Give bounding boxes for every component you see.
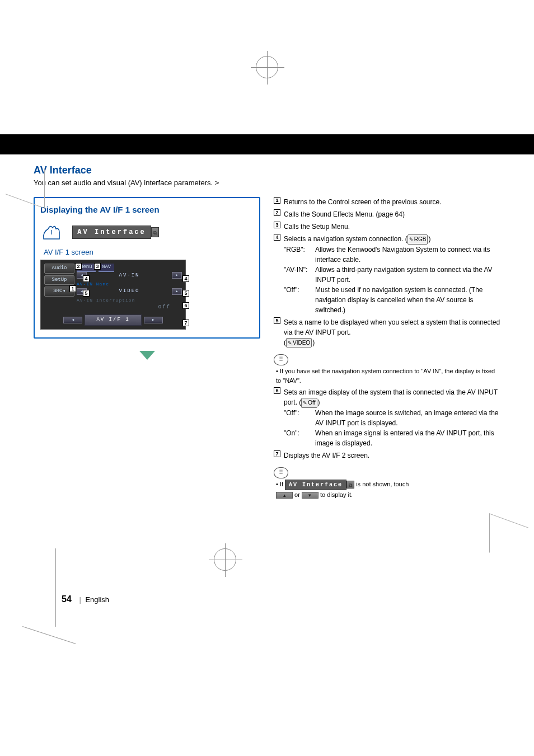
default-badge-video: VIDEO [286, 338, 312, 348]
registration-mark-bottom [214, 548, 236, 571]
opt-avin-key: "AV-IN": [284, 265, 313, 285]
banner-text-inline: AV Interface [285, 480, 346, 490]
banner-text: AV Interface [72, 226, 151, 239]
opt-rgb-val: Allows the Kenwood's Navigation System t… [315, 245, 500, 265]
desc-7: Displays the AV I/F 2 screen. [284, 450, 500, 461]
section-intro: You can set audio and visual (AV) interf… [34, 179, 500, 187]
opt6-off-val: When the image source is switched, an im… [315, 408, 500, 428]
ui-value-video: VIDEO [88, 288, 170, 295]
ui-audio-button[interactable]: Audio [44, 264, 74, 274]
section-title: AV Interface [34, 165, 500, 176]
registration-mark-top [256, 56, 278, 78]
touch-instruction: AV Interface ⧉ [40, 222, 254, 242]
banner-cap-icon: ⧉ [151, 227, 159, 237]
callout-7: 7 [182, 320, 189, 326]
num-7: 7 [274, 450, 280, 457]
page-prev-button[interactable]: ◂ [63, 317, 82, 323]
page-next-button[interactable]: ▸ [144, 317, 163, 323]
banner-cap-inline: ⧉ [346, 481, 354, 489]
ui-label-avin-name: AV-IN Name [77, 281, 182, 288]
num-5: 5 [274, 317, 280, 324]
ui-page-indicator: AV I/F 1 [85, 314, 141, 326]
procedure-title: Displaying the AV I/F 1 screen [40, 204, 254, 217]
opt-off-key: "Off": [284, 285, 313, 315]
opt6-on-key: "On": [284, 428, 313, 448]
num-4: 4 [274, 234, 280, 241]
crop-corner-tl [6, 155, 45, 208]
right-arrow-button[interactable]: ▸ [172, 272, 182, 279]
note-1: If you have set the navigation system co… [276, 367, 500, 385]
num-1: 1 [274, 197, 280, 204]
ui-nav-tab[interactable]: NAV [99, 264, 114, 272]
opt-off-val: Must be used if no navigation system is … [315, 285, 500, 315]
num-2: 2 [274, 209, 280, 216]
ui-label-interruption: AV-IN Interruption [77, 297, 182, 304]
page-number: 54 [62, 594, 72, 604]
callout-2: 2 [75, 263, 82, 270]
desc-3: Calls the Setup Menu. [284, 222, 500, 232]
continue-arrow-icon [139, 351, 155, 360]
opt-avin-val: Allows a third-party navigation system t… [315, 265, 500, 285]
ui-value-avin: AV-IN [88, 272, 170, 280]
page-language: English [85, 595, 109, 604]
note-2: If AV Interface ⧉ is not shown, touch ▴ … [276, 480, 500, 500]
header-band [0, 134, 534, 154]
page-footer: 54 | English [62, 594, 109, 604]
opt6-on-val: When an image signal is entered via the … [315, 428, 500, 448]
default-badge-off: Off [301, 398, 317, 408]
opt6-off-key: "Off": [284, 408, 313, 428]
desc-2: Calls the Sound Effects Menu. (page 64) [284, 209, 500, 219]
procedure-box: Displaying the AV I/F 1 screen AV Interf… [34, 197, 260, 339]
desc-4: Selects a navigation system connection. … [284, 234, 500, 315]
scroll-down-button[interactable]: ▾ [302, 492, 318, 499]
av-if-screenshot: Audio SetUp SRC◂ Menu NAV [40, 260, 186, 330]
scroll-up-button[interactable]: ▴ [276, 492, 293, 499]
av-interface-banner[interactable]: AV Interface ⧉ [72, 226, 158, 239]
note-icon [274, 354, 288, 365]
num-3: 3 [274, 222, 280, 228]
num-6: 6 [274, 387, 280, 394]
desc-1: Returns to the Control screen of the pre… [284, 197, 500, 207]
ui-setup-button[interactable]: SetUp [44, 275, 74, 285]
callout-4r: 4 [182, 275, 189, 282]
av-interface-banner-inline[interactable]: AV Interface ⧉ [285, 480, 354, 490]
callout-5l: 5 [83, 290, 90, 297]
callout-1: 1 [69, 285, 76, 292]
callout-3: 3 [94, 263, 101, 270]
desc-5: Sets a name to be displayed when you sel… [284, 317, 500, 348]
note-icon [274, 467, 288, 478]
ui-src-label: SRC [53, 288, 62, 294]
fold-guide [22, 548, 56, 627]
right-arrow-button[interactable]: ▸ [172, 288, 182, 295]
callout-4l: 4 [83, 275, 90, 282]
callout-5r: 5 [182, 290, 189, 297]
desc-6: Sets an image display of the system that… [284, 387, 500, 448]
hand-icon [40, 222, 65, 242]
opt-rgb-key: "RGB": [284, 245, 313, 265]
screenshot-label: AV I/F 1 screen [44, 247, 254, 258]
crop-corner-br [489, 513, 528, 566]
callout-6: 6 [182, 302, 189, 309]
ui-value-off: Off [77, 304, 182, 312]
default-badge-rgb: RGB [407, 234, 428, 245]
